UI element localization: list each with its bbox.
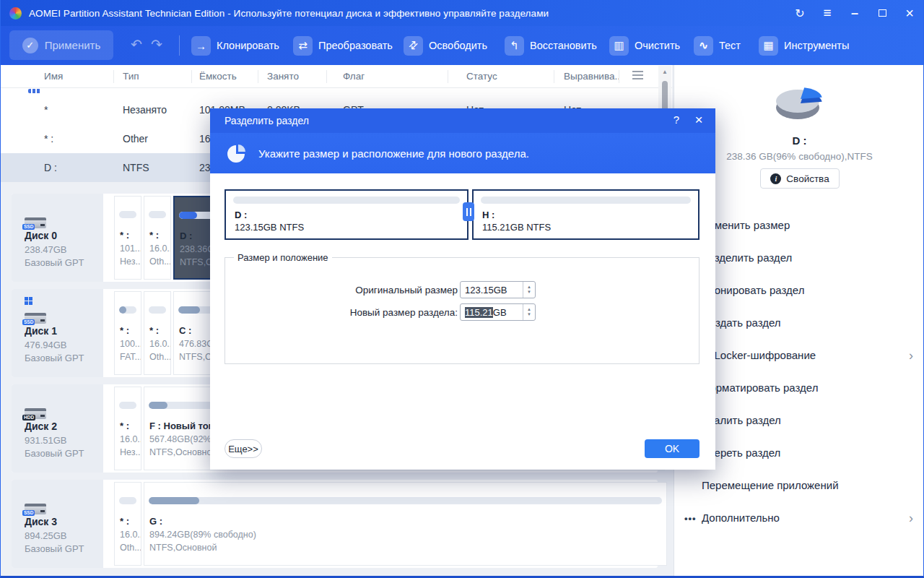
partition-cell[interactable]: * : 16.0... Oth... [114,482,141,566]
partition-cell[interactable]: * : 16.0... Нез... [114,387,141,470]
partition-cell[interactable]: * : 16.0... Oth... [144,291,171,375]
dialog-header: Разделить раздел ? [210,108,715,133]
chevron-right-icon [909,510,913,525]
menu-item-app-mover[interactable]: Перемещение приложений [674,469,924,501]
disk-size: 931.51GB [25,435,67,446]
split-partition-dialog: Разделить раздел ? Укажите размер и расп… [210,108,715,470]
spinner-buttons[interactable]: ▲▼ [523,282,535,298]
new-size-unit: GB [493,307,507,318]
usage-bar [119,402,136,409]
column-status: Статус [448,70,554,83]
recover-icon [505,36,524,56]
original-size-value: 123.15GB [465,285,507,296]
close-button[interactable] [896,0,923,26]
new-size-selected-text: 115.21 [465,307,493,318]
clone-label: Клонировать [217,40,279,51]
dialog-help-button[interactable]: ? [669,113,684,128]
partition-cell[interactable]: * : 100.... FAT... [114,291,141,375]
spin-up-icon: ▲ [527,285,531,290]
column-settings-icon[interactable] [632,71,643,79]
disk-kind: Базовый GPT [25,353,84,363]
original-size-label: Оригинальный размер [355,285,458,296]
dialog-subheader: Укажите размер и расположение для нового… [210,133,715,173]
info-icon [770,173,781,184]
partition-name: H : [482,210,698,220]
table-header: Имя Тип Ёмкость Занято Флаг Статус Вырав… [1,65,672,88]
hdd-badge: HDD [22,415,35,421]
dialog-message: Укажите размер и расположение для нового… [258,147,529,160]
convert-button[interactable]: Преобразовать [293,35,393,56]
hamburger-icon [823,5,831,21]
refresh-button[interactable] [786,0,814,26]
original-size-input[interactable]: 123.15GB ▲▼ [460,281,536,298]
usage-bar [119,306,136,314]
window-title: AOMEI Partition Assistant Technician Edi… [29,8,549,19]
new-partition-box[interactable]: H : 115.21GB NTFS [472,189,699,240]
ok-button[interactable]: OK [645,439,699,458]
usage-bar [149,497,662,504]
disk3-info[interactable]: SSD Диск 3 894.25GB Базовый GPT [12,480,103,568]
tools-label: Инструменты [784,40,849,51]
convert-icon [293,36,313,56]
chevron-right-icon [909,348,913,363]
clone-button[interactable]: Клонировать [191,35,279,56]
undo-button[interactable] [131,36,142,53]
wipe-button[interactable]: Очистить [609,35,680,56]
hdd-drive-icon: HDD [25,400,49,419]
ssd-badge: SSD [22,319,35,326]
test-button[interactable]: Тест [694,35,741,56]
row-name: D : [1,162,114,173]
scroll-up-icon[interactable]: ▲ [658,66,671,75]
row-type: Незанято [114,104,192,116]
toolbar-separator [179,35,180,56]
close-icon [905,5,914,22]
apply-label: Применить [45,39,101,51]
row-name: * [1,104,114,116]
disk1-info[interactable]: SSD Диск 1 476.94GB Базовый GPT [12,289,103,377]
free-up-label: Освободить [429,40,487,51]
test-label: Тест [719,40,741,51]
partition-cell[interactable]: * : 16.0... Oth... [144,196,171,280]
minimize-button[interactable] [841,0,868,26]
disk0-info[interactable]: SSD Диск 0 238.47GB Базовый GPT [12,194,103,282]
disk-name: Диск 0 [25,230,57,241]
disk-kind: Базовый GPT [25,448,84,459]
tools-icon [759,36,778,56]
partition-info: 115.21GB NTFS [482,222,698,233]
new-size-input[interactable]: 115.21GB ▲▼ [460,303,536,321]
app-window: AOMEI Partition Assistant Technician Edi… [0,0,924,578]
spinner-buttons[interactable]: ▲▼ [523,304,535,320]
column-alignment: Выравнива... [554,70,619,83]
partition-name: D : [235,210,467,220]
original-size-row: Оригинальный размер 123.15GB ▲▼ [355,281,536,298]
main-menu-button[interactable] [814,0,841,26]
free-up-button[interactable]: Освободить [404,35,487,56]
menu-item-advanced[interactable]: Дополнительно [674,501,924,534]
capacity-bar [233,197,460,204]
ellipsis-icon [684,512,696,523]
usage-bar [149,306,166,314]
usage-bar [119,211,136,218]
recover-button[interactable]: Восстановить [505,35,597,56]
redo-button[interactable] [151,36,162,53]
original-partition-box[interactable]: D : 123.15GB NTFS [225,189,468,240]
refresh-icon [795,7,804,20]
partition-cell[interactable]: * : 101.... Нез... [114,196,141,280]
ssd-badge: SSD [22,224,35,230]
disk-name: Диск 1 [25,325,57,337]
spin-down-icon: ▼ [527,290,531,295]
apply-button[interactable]: Применить [9,30,113,60]
tools-button[interactable]: Инструменты [759,35,849,56]
test-icon [694,36,713,56]
split-drag-handle[interactable] [463,202,474,221]
maximize-button[interactable] [868,0,896,26]
table-row-partial [1,88,672,95]
more-options-button[interactable]: Еще>> [225,439,262,458]
disk2-info[interactable]: HDD Диск 2 931.51GB Базовый GPT [12,384,103,473]
partition-cell[interactable]: G : 894.24GB(89% свободно) NTFS,Основной [144,482,667,566]
disk-size: 238.47GB [25,244,67,255]
properties-button[interactable]: Свойства [760,168,840,189]
ssd-drive-icon: SSD [25,210,49,228]
ssd-badge: SSD [22,510,35,517]
dialog-close-button[interactable] [691,112,707,129]
